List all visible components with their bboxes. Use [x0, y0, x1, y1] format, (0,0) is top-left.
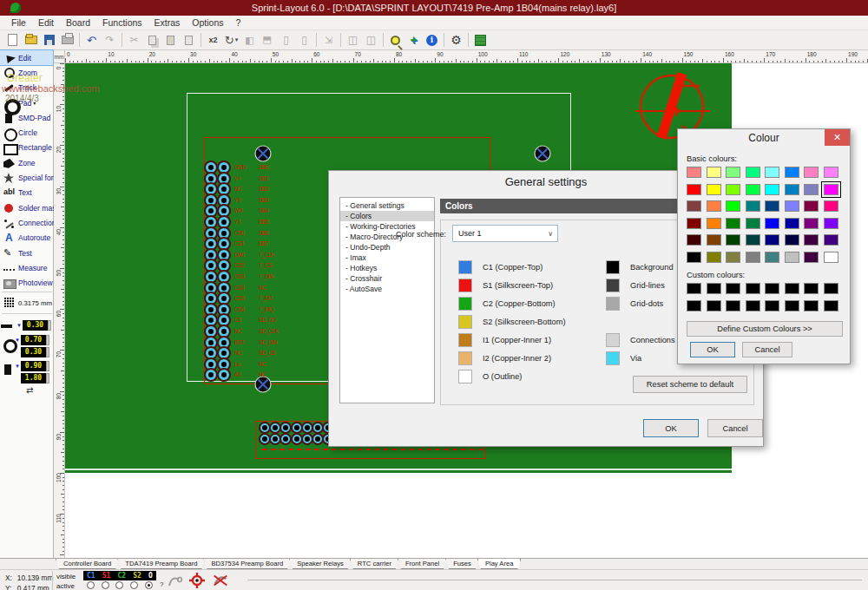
active-layer-radio-c2[interactable]: [115, 581, 123, 589]
active-layer-radio-s1[interactable]: [102, 581, 109, 589]
remove-connection-icon[interactable]: [211, 572, 230, 589]
sidebar-tool-solder-mask[interactable]: Solder mask: [0, 200, 53, 215]
tree-item-autosave[interactable]: - AutoSave: [340, 284, 434, 294]
custom-colour-swatch[interactable]: [687, 283, 701, 294]
color-swatch[interactable]: [458, 260, 472, 274]
basic-colour-swatch[interactable]: [824, 184, 838, 195]
basic-colour-swatch[interactable]: [746, 234, 760, 246]
basic-colour-swatch[interactable]: [804, 234, 819, 246]
zoom-button[interactable]: [386, 32, 404, 49]
through-hole-pad[interactable]: [219, 195, 229, 206]
sidebar-tool-pad[interactable]: Pad▾: [0, 95, 53, 110]
smd-height-spinner[interactable]: [46, 373, 49, 384]
basic-colour-swatch[interactable]: [765, 167, 779, 178]
through-hole-pad[interactable]: [206, 359, 216, 370]
align-b-button[interactable]: ▯: [295, 32, 313, 49]
footprint-view-button[interactable]: [471, 32, 490, 49]
menu-?[interactable]: ?: [230, 16, 247, 29]
tab-controller-board[interactable]: Controller Board: [56, 559, 119, 569]
connector-pad[interactable]: [303, 423, 312, 432]
tab-speaker-relays[interactable]: Speaker Relays: [289, 559, 352, 569]
basic-colour-swatch[interactable]: [824, 200, 838, 212]
pad-dropdown[interactable]: ▾: [14, 337, 21, 344]
smd-width-value[interactable]: 0.90: [21, 361, 46, 371]
through-hole-pad[interactable]: [219, 359, 229, 370]
settings-ok-button[interactable]: OK: [643, 419, 699, 437]
through-hole-pad[interactable]: [219, 250, 229, 260]
group-button[interactable]: ◫: [344, 32, 362, 49]
basic-colour-swatch[interactable]: [746, 184, 760, 195]
active-layer-radio-s2[interactable]: [130, 581, 138, 589]
through-hole-pad[interactable]: [206, 217, 216, 227]
connector-pad[interactable]: [293, 423, 301, 432]
paste-button[interactable]: [161, 32, 180, 49]
basic-colour-swatch[interactable]: [726, 252, 740, 263]
track-width-spinner[interactable]: [48, 320, 51, 331]
swap-dimensions-button[interactable]: ⇄: [26, 385, 33, 395]
rotate-button[interactable]: ↻▾: [222, 32, 240, 49]
connector-pad[interactable]: [303, 435, 312, 443]
color-swatch[interactable]: [458, 279, 472, 292]
basic-colour-swatch[interactable]: [746, 252, 760, 263]
origin-target-icon[interactable]: [187, 572, 207, 589]
custom-colour-swatch[interactable]: [707, 283, 721, 294]
basic-colour-swatch[interactable]: [687, 200, 701, 212]
basic-colour-swatch[interactable]: [707, 200, 721, 212]
tree-item-imax[interactable]: - Imax: [340, 252, 434, 263]
copy-button[interactable]: [143, 32, 161, 49]
basic-colour-swatch[interactable]: [687, 167, 701, 178]
connector-pad[interactable]: [271, 435, 279, 443]
basic-colour-swatch[interactable]: [785, 167, 799, 178]
layer-visibility-bar[interactable]: C1S1C2S2O: [83, 571, 156, 580]
layer-code-c1[interactable]: C1: [87, 572, 95, 580]
cut-button[interactable]: ✂: [125, 32, 143, 49]
connector-pad[interactable]: [293, 435, 301, 443]
through-hole-pad[interactable]: [206, 283, 216, 293]
info-button[interactable]: i: [423, 32, 441, 49]
through-hole-pad[interactable]: [206, 162, 216, 173]
sidebar-tool-connections[interactable]: Connections: [0, 215, 53, 230]
x2-button[interactable]: x2: [204, 32, 222, 49]
basic-colour-swatch[interactable]: [746, 218, 760, 229]
custom-colour-swatch[interactable]: [824, 283, 838, 294]
basic-colour-swatch[interactable]: [707, 184, 721, 195]
track-width-dropdown[interactable]: ▾: [16, 322, 23, 329]
tree-item-colors[interactable]: - Colors: [340, 211, 434, 221]
through-hole-pad[interactable]: [206, 272, 216, 282]
align-a-button[interactable]: ▯: [277, 32, 295, 49]
basic-colour-swatch[interactable]: [707, 252, 721, 263]
color-swatch[interactable]: [458, 333, 472, 347]
sidebar-tool-smd-pad[interactable]: SMD-Pad: [0, 110, 53, 125]
sidebar-tool-edit[interactable]: Edit: [0, 50, 53, 65]
tree-item-undo-depth[interactable]: - Undo-Depth: [340, 242, 434, 252]
sidebar-tool-rectangle[interactable]: Rectangle▾: [0, 141, 53, 155]
smd-dropdown[interactable]: ▾: [14, 363, 21, 370]
color-swatch[interactable]: [458, 297, 472, 311]
sidebar-tool-track[interactable]: Track: [0, 81, 53, 95]
basic-colour-swatch[interactable]: [687, 218, 701, 229]
color-swatch[interactable]: [606, 297, 620, 311]
sidebar-tool-zoom[interactable]: Zoom: [0, 65, 53, 80]
through-hole-pad[interactable]: [219, 217, 229, 227]
sidebar-tool-text[interactable]: Text: [0, 186, 53, 200]
basic-colour-swatch[interactable]: [726, 218, 740, 229]
basic-colour-swatch[interactable]: [687, 234, 701, 246]
color-swatch[interactable]: [606, 351, 620, 365]
ungroup-button[interactable]: ◫: [362, 32, 380, 49]
custom-colour-swatch[interactable]: [824, 300, 838, 311]
layer-code-s2[interactable]: S2: [133, 572, 141, 580]
basic-colour-swatch[interactable]: [804, 200, 819, 212]
through-hole-pad[interactable]: [219, 272, 229, 282]
basic-colour-swatch[interactable]: [726, 234, 740, 246]
track-mode-icon[interactable]: [167, 572, 186, 589]
colour-cancel-button[interactable]: Cancel: [742, 342, 792, 357]
new-file-button[interactable]: [3, 32, 22, 49]
custom-colour-swatch[interactable]: [726, 283, 740, 294]
basic-colour-swatch[interactable]: [707, 167, 721, 178]
basic-colour-swatch[interactable]: [726, 167, 740, 178]
tree-item-hotkeys[interactable]: - Hotkeys: [340, 263, 434, 273]
custom-colour-swatch[interactable]: [804, 300, 819, 311]
basic-colour-swatch[interactable]: [765, 252, 779, 263]
connector-pad[interactable]: [260, 423, 269, 432]
send-to-back-button[interactable]: ⇲: [319, 32, 338, 49]
